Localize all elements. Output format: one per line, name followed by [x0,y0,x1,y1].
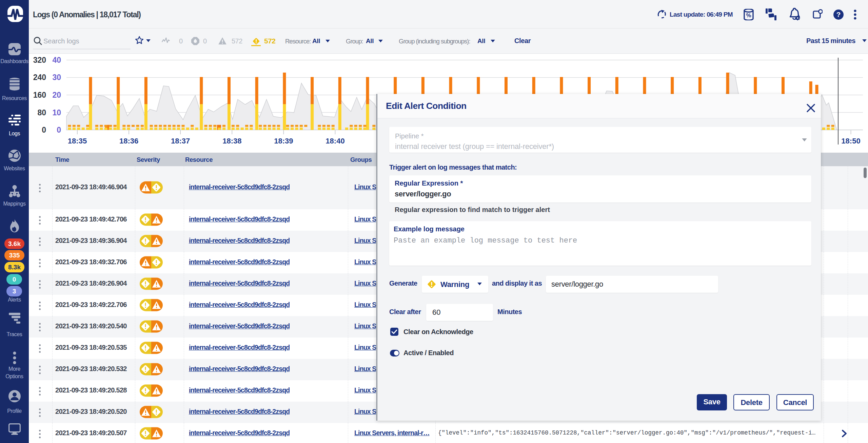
svg-text:18:37: 18:37 [171,137,190,145]
svg-text:160: 160 [33,91,46,99]
svg-text:18:38: 18:38 [222,137,241,145]
svg-text:30: 30 [52,73,61,82]
svg-text:0: 0 [57,126,61,134]
svg-text:10: 10 [52,108,61,117]
svg-text:240: 240 [33,73,46,82]
svg-text:18:40: 18:40 [326,137,344,145]
svg-text:80: 80 [37,108,46,117]
svg-text:18:50: 18:50 [841,137,860,145]
svg-text:18:39: 18:39 [274,137,293,145]
svg-text:18:35: 18:35 [68,137,87,145]
svg-text:0: 0 [42,126,46,134]
svg-text:40: 40 [52,56,61,64]
svg-text:?: ? [836,11,841,18]
svg-text:%: % [746,12,751,19]
svg-text:320: 320 [33,56,46,64]
svg-text:18:36: 18:36 [119,137,138,145]
svg-text:20: 20 [52,91,61,99]
